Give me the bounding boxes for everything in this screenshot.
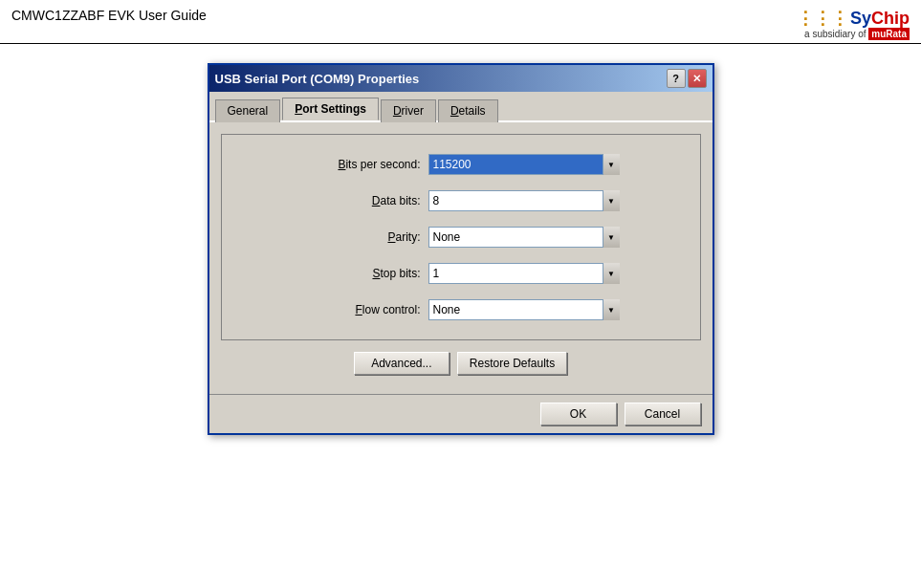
- flow-control-row: Flow control: None Xon / Xoff Hardware ▼: [237, 299, 685, 320]
- settings-panel: Bits per second: 115200 9600 19200 38400…: [221, 134, 701, 340]
- sychip-logo: ⋮⋮⋮ SyChip: [797, 8, 910, 29]
- parity-control: None Even Odd Mark Space ▼: [428, 227, 620, 248]
- tab-driver[interactable]: Driver: [381, 99, 436, 122]
- tab-general-label: General: [228, 104, 269, 118]
- title-bar-buttons: ? ✕: [667, 69, 707, 88]
- page-title: CMWC1ZZABF EVK User Guide: [11, 8, 207, 23]
- stop-bits-control: 1 1.5 2 ▼: [428, 263, 620, 284]
- tab-details-label: Details: [450, 104, 486, 118]
- bits-per-second-label: Bits per second:: [237, 158, 428, 171]
- bits-per-second-control: 115200 9600 19200 38400 57600 230400 ▼: [428, 154, 620, 175]
- title-bar: USB Serial Port (COM9) Properties ? ✕: [209, 65, 713, 92]
- stop-bits-select[interactable]: 1 1.5 2: [428, 263, 620, 284]
- close-button[interactable]: ✕: [688, 69, 707, 88]
- bits-per-second-select[interactable]: 115200 9600 19200 38400 57600 230400: [428, 154, 620, 175]
- murata-logo: muRata: [868, 28, 910, 40]
- data-bits-select[interactable]: 8 5 6 7: [428, 190, 620, 211]
- tab-details[interactable]: Details: [438, 99, 498, 122]
- data-bits-control: 8 5 6 7 ▼: [428, 190, 620, 211]
- tab-port-settings[interactable]: Port Settings: [282, 98, 379, 120]
- subsidiary-text: a subsidiary of: [804, 29, 866, 39]
- flow-control-control: None Xon / Xoff Hardware ▼: [428, 299, 620, 320]
- page-header: CMWC1ZZABF EVK User Guide ⋮⋮⋮ SyChip a s…: [0, 0, 921, 44]
- restore-defaults-button[interactable]: Restore Defaults: [457, 352, 567, 375]
- dialog-body: Bits per second: 115200 9600 19200 38400…: [209, 122, 713, 394]
- logo-chip: Chip: [871, 9, 910, 29]
- bits-per-second-row: Bits per second: 115200 9600 19200 38400…: [237, 154, 685, 175]
- parity-select[interactable]: None Even Odd Mark Space: [428, 227, 620, 248]
- data-bits-label: Data bits:: [237, 194, 428, 207]
- cancel-button[interactable]: Cancel: [625, 403, 701, 425]
- flow-control-select[interactable]: None Xon / Xoff Hardware: [428, 299, 620, 320]
- ok-button[interactable]: OK: [540, 403, 617, 425]
- action-buttons-row: Advanced... Restore Defaults: [221, 352, 701, 375]
- flow-control-label: Flow control:: [237, 303, 428, 316]
- parity-label: Parity:: [237, 230, 428, 244]
- logo-subsidiary: a subsidiary of muRata: [804, 29, 910, 39]
- stop-bits-row: Stop bits: 1 1.5 2 ▼: [237, 263, 685, 284]
- dialog-window: USB Serial Port (COM9) Properties ? ✕ Ge…: [208, 63, 714, 435]
- tab-port-settings-label: Port Settings: [295, 102, 366, 116]
- dialog-title: USB Serial Port (COM9) Properties: [215, 72, 420, 86]
- logo-area: ⋮⋮⋮ SyChip a subsidiary of muRata: [797, 8, 910, 39]
- stop-bits-label: Stop bits:: [237, 267, 428, 280]
- page-body: USB Serial Port (COM9) Properties ? ✕ Ge…: [0, 44, 921, 454]
- help-button[interactable]: ?: [667, 69, 686, 88]
- logo-sy: Sy: [850, 9, 871, 29]
- tabs-container: General Port Settings Driver Details: [209, 92, 713, 122]
- tab-general[interactable]: General: [215, 99, 281, 122]
- logo-waves-icon: ⋮⋮⋮: [797, 8, 848, 29]
- advanced-button[interactable]: Advanced...: [354, 352, 450, 375]
- parity-row: Parity: None Even Odd Mark Space ▼: [237, 227, 685, 248]
- dialog-footer: OK Cancel: [209, 394, 713, 433]
- data-bits-row: Data bits: 8 5 6 7 ▼: [237, 190, 685, 211]
- tab-driver-label: Driver: [393, 104, 424, 118]
